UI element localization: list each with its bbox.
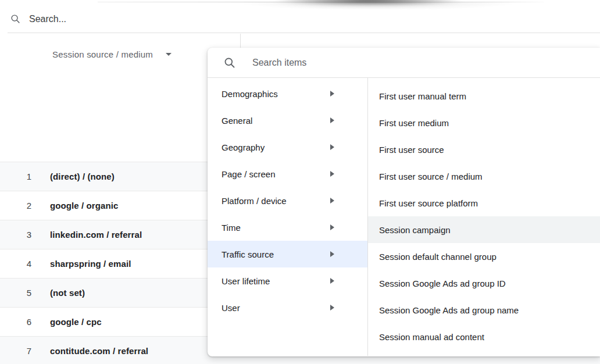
row-dimension-value: google / cpc: [50, 317, 102, 327]
chevron-right-icon: [330, 278, 334, 284]
dimension-item-session-google-ads-ad-group-id[interactable]: Session Google Ads ad group ID: [368, 270, 600, 297]
search-icon: [224, 57, 235, 69]
row-index: 4: [23, 259, 35, 269]
category-label: Demographics: [222, 89, 278, 99]
row-dimension-value: (direct) / (none): [50, 172, 115, 181]
row-index: 2: [23, 201, 35, 210]
row-dimension-value: sharpspring / email: [50, 259, 131, 269]
row-dimension-value: linkedin.com / referral: [50, 230, 142, 240]
category-label: General: [222, 116, 252, 126]
category-label: Page / screen: [222, 169, 276, 179]
category-label: Geography: [222, 142, 265, 152]
chevron-right-icon: [330, 144, 334, 150]
dimension-item-first-user-source-platform[interactable]: First user source platform: [368, 190, 600, 216]
category-label: User: [222, 303, 240, 313]
row-index: 3: [23, 230, 35, 240]
chevron-right-icon: [330, 91, 334, 97]
global-search-input[interactable]: Search...: [8, 5, 600, 33]
chevron-right-icon: [330, 198, 334, 204]
category-item-traffic-source[interactable]: Traffic source: [208, 241, 367, 267]
dimension-item-session-default-channel-group[interactable]: Session default channel group: [368, 243, 600, 270]
dimension-label: Session manual ad content: [379, 332, 484, 342]
chevron-right-icon: [330, 251, 334, 257]
dimension-item-session-manual-ad-content[interactable]: Session manual ad content: [368, 323, 600, 350]
category-item-user[interactable]: User: [208, 294, 367, 321]
dimension-label: First user manual term: [379, 91, 466, 101]
category-item-geography[interactable]: Geography: [208, 134, 367, 160]
chevron-right-icon: [330, 171, 334, 177]
row-index: 1: [23, 172, 35, 181]
dimension-item-first-user-source[interactable]: First user source: [368, 136, 600, 163]
picker-search-placeholder: Search items: [252, 58, 306, 68]
row-dimension-value: contitude.com / referral: [50, 346, 148, 356]
top-cutoff-divider: [98, 2, 544, 2]
picker-search-input[interactable]: Search items: [208, 48, 600, 78]
row-dimension-value: (not set): [50, 288, 85, 298]
chevron-right-icon: [330, 117, 334, 123]
chevron-right-icon: [330, 224, 334, 230]
chevron-down-icon: [166, 53, 172, 56]
category-label: Time: [222, 223, 241, 233]
dimension-item-session-google-ads-ad-group-name[interactable]: Session Google Ads ad group name: [368, 297, 600, 323]
picker-body: Demographics General Geography Page / sc…: [208, 78, 600, 356]
row-dimension-value: google / organic: [50, 201, 118, 210]
dimension-column-header-label: Session source / medium: [52, 49, 153, 59]
table-column-divider: [240, 34, 241, 48]
category-label: Traffic source: [222, 249, 274, 259]
category-item-platform-device[interactable]: Platform / device: [208, 187, 367, 214]
dimension-label: Session campaign: [379, 225, 451, 235]
dimension-column-header[interactable]: Session source / medium: [52, 47, 172, 62]
category-item-general[interactable]: General: [208, 107, 367, 134]
category-item-time[interactable]: Time: [208, 214, 367, 241]
picker-dimension-list: First user manual term First user medium…: [368, 78, 600, 356]
row-index: 5: [23, 288, 35, 298]
dimension-label: First user medium: [379, 118, 449, 128]
category-item-demographics[interactable]: Demographics: [208, 80, 367, 107]
row-index: 7: [23, 346, 35, 356]
dimension-picker-panel: Search items Demographics General Geogra…: [208, 48, 600, 356]
dimension-item-first-user-manual-term[interactable]: First user manual term: [368, 83, 600, 109]
category-item-user-lifetime[interactable]: User lifetime: [208, 267, 367, 294]
dimension-label: First user source: [379, 145, 444, 155]
analytics-table-view: Search... Session source / medium 1 (dir…: [0, 0, 600, 364]
category-label: User lifetime: [222, 276, 270, 286]
dimension-item-session-campaign[interactable]: Session campaign: [368, 216, 600, 243]
category-label: Platform / device: [222, 196, 287, 206]
dimension-label: First user source / medium: [379, 172, 483, 181]
dimension-label: Session Google Ads ad group ID: [379, 279, 506, 288]
dimension-label: First user source platform: [379, 198, 478, 208]
chevron-right-icon: [330, 305, 334, 311]
search-icon: [10, 14, 20, 24]
picker-category-list: Demographics General Geography Page / sc…: [208, 78, 368, 356]
dimension-label: Session Google Ads ad group name: [379, 305, 519, 315]
dimension-item-first-user-source-medium[interactable]: First user source / medium: [368, 163, 600, 190]
row-index: 6: [23, 317, 35, 327]
category-item-page-screen[interactable]: Page / screen: [208, 160, 367, 187]
global-search-placeholder: Search...: [29, 14, 66, 24]
dimension-item-first-user-medium[interactable]: First user medium: [368, 109, 600, 136]
dimension-label: Session default channel group: [379, 252, 497, 262]
